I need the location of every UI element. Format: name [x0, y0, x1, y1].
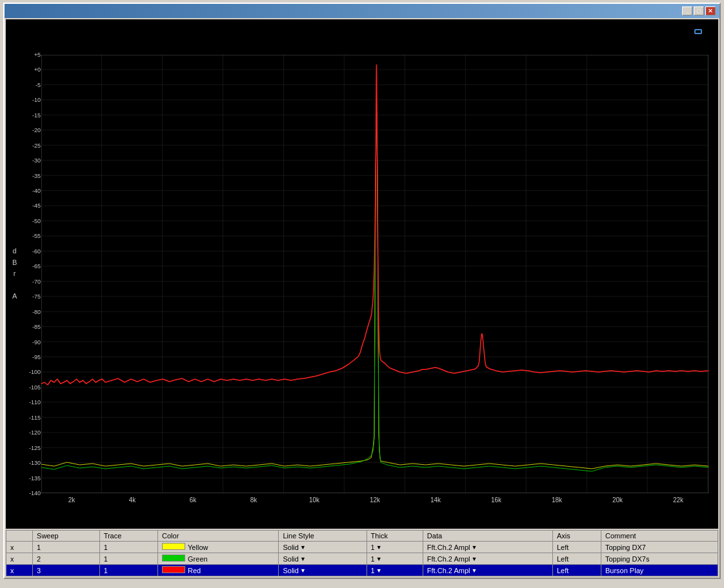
x-tick: 14k: [430, 496, 441, 504]
x-tick: 18k: [552, 496, 562, 504]
row-color[interactable]: Green: [158, 553, 279, 565]
row-data[interactable]: Fft.Ch.2 Ampl ▼: [423, 542, 552, 553]
header-comment: Comment: [601, 531, 718, 542]
y-tick: -100: [21, 369, 41, 375]
y-tick: -45: [21, 202, 41, 209]
minimize-button[interactable]: _: [682, 6, 692, 15]
y-tick: -70: [21, 279, 41, 285]
y-tick: -75: [21, 293, 41, 300]
row-checkbox[interactable]: x: [6, 553, 33, 565]
row-trace: 1: [99, 542, 157, 553]
y-tick: -35: [21, 173, 41, 179]
y-axis-label: dBrA: [12, 246, 17, 302]
header-trace: Trace: [99, 531, 157, 542]
row-thick[interactable]: 1 ▼: [367, 542, 423, 553]
row-axis: Left: [552, 553, 601, 565]
title-bar: _ □ ✕: [5, 4, 719, 18]
header-line-style: Line Style: [279, 531, 367, 542]
chart-container: dBrA +5+0-5-10-15-20-25-30-35-40-45-50-5…: [6, 19, 718, 529]
y-tick: +0: [21, 66, 41, 73]
header-data: Data: [423, 531, 552, 542]
row-thick[interactable]: 1 ▼: [367, 553, 423, 565]
row-comment: Topping DX7s: [601, 553, 718, 565]
x-tick: 10k: [309, 496, 319, 504]
y-tick: -110: [21, 399, 41, 406]
row-comment: Burson Play: [601, 565, 718, 576]
x-axis-ticks: 2k4k6k8k10k12k14k16k18k20k22k: [41, 496, 709, 509]
y-tick: -65: [21, 263, 41, 270]
y-tick: -5: [21, 82, 41, 88]
y-tick: -125: [21, 445, 41, 451]
maximize-button[interactable]: □: [694, 6, 704, 15]
y-tick: +5: [21, 52, 41, 58]
y-tick: -80: [21, 309, 41, 315]
y-tick: -10: [21, 97, 41, 103]
title-bar-buttons: _ □ ✕: [682, 6, 716, 15]
row-line-style[interactable]: Solid ▼: [279, 553, 367, 565]
y-tick: -140: [21, 490, 41, 496]
close-button[interactable]: ✕: [705, 6, 716, 15]
legend-row[interactable]: x31RedSolid ▼1 ▼Fft.Ch.2 Ampl ▼LeftBurso…: [6, 565, 718, 576]
x-tick: 22k: [673, 496, 683, 504]
y-tick: -25: [21, 142, 41, 149]
chart-svg: [41, 55, 709, 493]
header-sweep: Sweep: [33, 531, 100, 542]
row-axis: Left: [552, 565, 601, 576]
y-tick: -15: [21, 112, 41, 119]
legend-row[interactable]: x11YellowSolid ▼1 ▼Fft.Ch.2 Ampl ▼LeftTo…: [6, 542, 718, 553]
y-tick: -30: [21, 157, 41, 164]
header-axis: Axis: [552, 531, 601, 542]
legend-header-row: Sweep Trace Color Line Style Thick Data …: [6, 531, 718, 542]
row-comment: Topping DX7: [601, 542, 718, 553]
y-tick: -135: [21, 475, 41, 482]
x-tick: 12k: [370, 496, 380, 504]
y-tick: -85: [21, 324, 41, 330]
x-tick: 16k: [491, 496, 501, 504]
x-tick: 6k: [190, 496, 197, 504]
y-tick: -95: [21, 354, 41, 360]
header-checkbox: [6, 531, 33, 542]
row-data[interactable]: Fft.Ch.2 Ampl ▼: [423, 553, 552, 565]
row-thick[interactable]: 1 ▼: [367, 565, 423, 576]
y-tick: -105: [21, 384, 41, 391]
y-tick: -130: [21, 460, 41, 466]
row-sweep: 3: [33, 565, 100, 576]
ap-logo: [694, 29, 702, 34]
x-tick: 8k: [250, 496, 257, 504]
row-line-style[interactable]: Solid ▼: [279, 565, 367, 576]
row-trace: 1: [99, 565, 157, 576]
row-checkbox[interactable]: x: [6, 565, 33, 576]
y-tick: -90: [21, 339, 41, 346]
x-tick: 2k: [68, 496, 75, 504]
x-tick: 4k: [129, 496, 136, 504]
y-axis-ticks: +5+0-5-10-15-20-25-30-35-40-45-50-55-60-…: [20, 55, 41, 493]
y-tick: -20: [21, 127, 41, 133]
row-line-style[interactable]: Solid ▼: [279, 542, 367, 553]
row-axis: Left: [552, 542, 601, 553]
legend-table: Sweep Trace Color Line Style Thick Data …: [6, 530, 718, 576]
header-color: Color: [158, 531, 279, 542]
y-tick: -120: [21, 429, 41, 436]
main-window: _ □ ✕ dBrA +5+0-5-10-15-20-25-30-35-40-4…: [3, 3, 721, 579]
y-tick: -60: [21, 248, 41, 255]
row-color[interactable]: Red: [158, 565, 279, 576]
y-tick: -115: [21, 415, 41, 421]
y-tick: -40: [21, 188, 41, 194]
row-trace: 1: [99, 553, 157, 565]
row-data[interactable]: Fft.Ch.2 Ampl ▼: [423, 565, 552, 576]
legend-row[interactable]: x21GreenSolid ▼1 ▼Fft.Ch.2 Ampl ▼LeftTop…: [6, 553, 718, 565]
row-color[interactable]: Yellow: [158, 542, 279, 553]
row-sweep: 2: [33, 553, 100, 565]
y-tick: -55: [21, 233, 41, 239]
row-sweep: 1: [33, 542, 100, 553]
header-thick: Thick: [367, 531, 423, 542]
y-tick: -50: [21, 218, 41, 224]
x-tick: 20k: [612, 496, 623, 504]
row-checkbox[interactable]: x: [6, 542, 33, 553]
